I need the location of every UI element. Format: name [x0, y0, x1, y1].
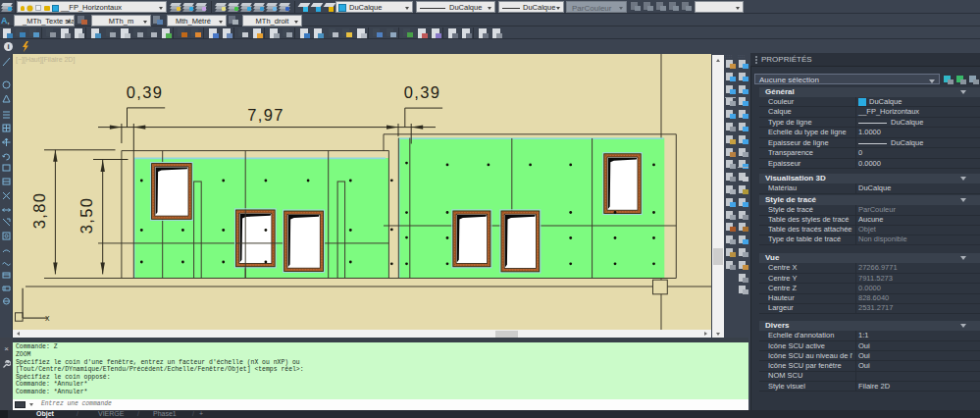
- svg-text:3,80: 3,80: [31, 192, 49, 229]
- svg-text:0,39: 0,39: [127, 83, 163, 101]
- svg-text:[−][Haut][Filaire 2D]: [−][Haut][Filaire 2D]: [16, 56, 75, 64]
- svg-text:x: x: [45, 313, 50, 323]
- svg-text:3,50: 3,50: [77, 197, 95, 234]
- svg-text:0,39: 0,39: [404, 83, 440, 101]
- svg-text:7,97: 7,97: [247, 106, 284, 124]
